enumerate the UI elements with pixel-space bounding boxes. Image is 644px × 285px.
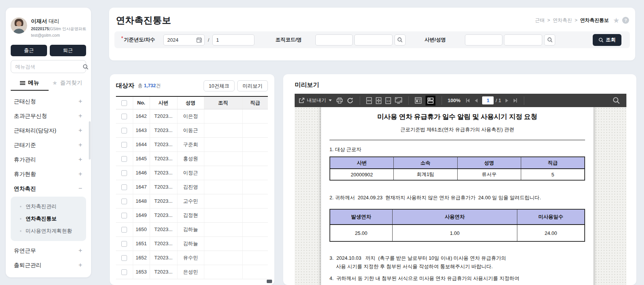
- row-checkbox[interactable]: [121, 128, 127, 134]
- expand-plus-icon[interactable]: +: [78, 261, 82, 269]
- table-row[interactable]: 1644 T2023... 구준회: [116, 137, 268, 151]
- sidebar-menu-item[interactable]: 초과근무신청 +: [11, 109, 86, 123]
- row-checkbox[interactable]: [121, 114, 127, 119]
- row-checkbox[interactable]: [121, 227, 127, 233]
- table-row[interactable]: 1648 T2023... 고수민: [116, 194, 268, 208]
- expand-plus-icon[interactable]: +: [78, 141, 82, 149]
- query-button[interactable]: 조회: [593, 34, 621, 46]
- next-page-button[interactable]: [505, 99, 508, 103]
- sidebar-menu-item[interactable]: 근태신청 +: [11, 94, 86, 109]
- table-row[interactable]: 1645 T2023... 홍성원: [116, 151, 268, 166]
- preview-button[interactable]: 미리보기: [237, 80, 268, 91]
- cell-org: [204, 166, 242, 180]
- doc-title: 미사용 연차 유급휴가 일수 알림 및 사용시기 지정 요청: [329, 112, 585, 121]
- emp-name-input[interactable]: [504, 34, 542, 46]
- actual-size-icon[interactable]: 1:1: [385, 97, 391, 104]
- select-all-checkbox[interactable]: [121, 100, 127, 106]
- expand-plus-icon[interactable]: +: [78, 127, 82, 134]
- sidebar-menu-item[interactable]: 유연근무 +: [11, 243, 86, 258]
- favorite-star-icon[interactable]: ★: [613, 16, 620, 25]
- emp-no-input[interactable]: [465, 34, 502, 46]
- expand-plus-icon[interactable]: +: [78, 276, 82, 277]
- last-page-button[interactable]: [514, 98, 517, 103]
- emp-search-button[interactable]: [544, 34, 555, 46]
- table-row[interactable]: 1642 T2023... 이은정: [116, 109, 268, 123]
- org-code-input[interactable]: [315, 34, 353, 46]
- print-icon[interactable]: [336, 98, 343, 104]
- check-out-button[interactable]: 퇴근: [50, 45, 86, 56]
- page-number-input[interactable]: [482, 96, 494, 104]
- fit-width-icon[interactable]: [366, 97, 372, 104]
- sidebar-menu-item[interactable]: 근태처리(담당자) +: [11, 123, 86, 138]
- table-row[interactable]: 1651 T2023... 김하늘: [116, 236, 268, 251]
- check-10-button[interactable]: 10건체크: [204, 80, 235, 91]
- row-checkbox[interactable]: [121, 255, 127, 261]
- doc-leave-table: 발생연차 사용연차 미사용일수 25.00 1.00 24.00: [329, 209, 585, 242]
- export-button[interactable]: 내보내기: [298, 97, 332, 104]
- sidebar-scrollbar[interactable]: [89, 121, 91, 160]
- cell-grade: [242, 265, 268, 279]
- breadcrumb-item[interactable]: 연차촉진: [553, 17, 572, 24]
- org-search-button[interactable]: [395, 34, 406, 46]
- row-checkbox[interactable]: [121, 241, 127, 247]
- tab-menu[interactable]: 메뉴: [11, 79, 49, 91]
- menu-search-box: [11, 60, 86, 73]
- expand-plus-icon[interactable]: +: [78, 156, 82, 163]
- sidebar-menu-item[interactable]: 근태기준 +: [11, 138, 86, 152]
- sidebar-menu-item[interactable]: 휴가현황 +: [11, 167, 86, 181]
- table-row[interactable]: 1647 T2023... 김진영: [116, 180, 268, 194]
- refresh-icon[interactable]: [347, 97, 354, 104]
- row-checkbox[interactable]: [121, 156, 127, 162]
- row-checkbox[interactable]: [121, 213, 127, 218]
- round-input[interactable]: [212, 34, 254, 46]
- header-card: 연차촉진통보 근태 > 연차촉진 > 연차촉진통보 ★ ? *기준년도/차수 /: [109, 8, 635, 60]
- cell-org: [204, 251, 242, 265]
- row-checkbox[interactable]: [121, 142, 127, 148]
- chevron-down-icon: [329, 99, 332, 101]
- table-row[interactable]: 1646 T2023... 이정근: [116, 166, 268, 180]
- row-checkbox[interactable]: [121, 199, 127, 204]
- expand-plus-icon[interactable]: +: [78, 247, 82, 254]
- viewer-search-icon[interactable]: [613, 97, 620, 104]
- table-row[interactable]: 1643 T2023... 이동근: [116, 123, 268, 137]
- menu-search-input[interactable]: [15, 64, 83, 70]
- expand-plus-icon[interactable]: +: [78, 98, 82, 105]
- table-row[interactable]: 1653 T2023... 은성민: [116, 265, 268, 279]
- breadcrumb-current: 연차촉진통보: [580, 17, 609, 24]
- first-page-button[interactable]: [466, 98, 470, 103]
- prev-page-button[interactable]: [475, 99, 478, 103]
- sidebar-subitem-promotion-manage[interactable]: 연차촉진관리: [11, 200, 86, 213]
- sidebar-menu-item[interactable]: 출퇴근관리 +: [11, 258, 86, 272]
- table-row[interactable]: 1649 T2023... 김정현: [116, 208, 268, 222]
- sidebar-subitem-promotion-notice[interactable]: 연차촉진통보: [11, 213, 86, 225]
- star-icon: ★: [52, 80, 57, 86]
- cell-grade: [242, 236, 268, 251]
- grid-scrollbar-thumb[interactable]: [267, 280, 272, 283]
- tab-favorites[interactable]: ★ 즐겨찾기: [49, 79, 86, 91]
- sidebar-menu-item-promotion[interactable]: 연차촉진 −: [11, 181, 86, 196]
- table-row[interactable]: 1650 T2023... 김하늘: [116, 222, 268, 236]
- org-name-input[interactable]: [354, 34, 393, 46]
- fullscreen-icon[interactable]: [395, 97, 402, 104]
- row-checkbox[interactable]: [121, 184, 127, 190]
- calendar-icon[interactable]: [196, 37, 202, 44]
- sidebar-menu-item[interactable]: 휴가관리 +: [11, 152, 86, 167]
- split-view-icon[interactable]: [426, 96, 435, 106]
- expand-plus-icon[interactable]: +: [78, 170, 82, 178]
- thumbnails-icon[interactable]: [415, 97, 422, 104]
- row-checkbox[interactable]: [121, 269, 127, 275]
- check-in-button[interactable]: 출근: [11, 45, 47, 56]
- avatar: [11, 17, 27, 34]
- breadcrumb-item[interactable]: 근태: [535, 17, 545, 24]
- collapse-minus-icon[interactable]: −: [78, 185, 82, 192]
- fit-page-icon[interactable]: [376, 97, 382, 104]
- doc-section3-line2: 사용 시기를 지정한 후 첨부된 서식을 작성하여 통보해주시기 바랍니다.: [329, 263, 585, 270]
- sidebar-subitem-unused-plan[interactable]: 미사용연차계획현황: [11, 225, 86, 237]
- search-icon[interactable]: [83, 64, 88, 70]
- cell-org: [204, 265, 242, 279]
- sidebar-menu-item[interactable]: 근태집계 +: [11, 272, 86, 277]
- help-icon[interactable]: ?: [622, 17, 629, 24]
- table-row[interactable]: 1652 T2023... 유수민: [116, 251, 268, 265]
- row-checkbox[interactable]: [121, 170, 127, 176]
- expand-plus-icon[interactable]: +: [78, 112, 82, 120]
